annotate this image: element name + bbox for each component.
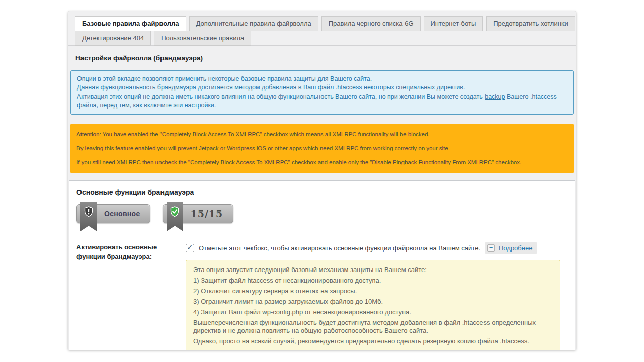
details-line-3: 2) Отключит сигнатуру сервера в ответах … bbox=[193, 287, 553, 295]
badge-score: 15/15 bbox=[163, 204, 233, 223]
details-line-7: Однако, просто на всякий случай, рекомен… bbox=[193, 337, 553, 345]
tab-row-1: Базовые правила файрволла Дополнительные… bbox=[75, 16, 569, 31]
info-line-1: Опции в этой вкладке позволяют применить… bbox=[77, 75, 567, 83]
firewall-settings-panel: Базовые правила файрволла Дополнительные… bbox=[68, 11, 576, 350]
details-line-1: Эта опция запустит следующий базовый мех… bbox=[193, 266, 553, 274]
card-title: Основные функции брандмауэра bbox=[69, 181, 575, 198]
xmlrpc-warning-notice: Attention: You have enabled the "Complet… bbox=[70, 124, 574, 173]
info-line-3-text: Активация этих опций не должна иметь ник… bbox=[77, 93, 485, 100]
enable-firewall-row: Активировать основные функции брандмауэр… bbox=[69, 237, 575, 350]
tab-404-detection[interactable]: Детектирование 404 bbox=[75, 31, 151, 46]
basic-firewall-card: Основные функции брандмауэра Основное bbox=[69, 180, 575, 350]
tab-additional-firewall-rules[interactable]: Дополнительные правила файрволла bbox=[189, 16, 318, 31]
tab-prevent-hotlinks[interactable]: Предотвратить хотлинки bbox=[486, 16, 575, 31]
details-line-6: Вышеперечисленная функциональность будет… bbox=[193, 319, 553, 335]
info-line-2: Данная функциональность брандмауэра дост… bbox=[77, 83, 567, 92]
details-line-2: 1) Защитит файл htaccess от несанкционир… bbox=[193, 277, 553, 285]
badge-row: Основное 15/15 bbox=[69, 198, 575, 237]
shield-exclamation-icon bbox=[80, 202, 97, 231]
checkbox-line: Отметьте этот чекбокс, чтобы активироват… bbox=[186, 242, 568, 254]
collapse-icon: − bbox=[487, 244, 495, 252]
tab-basic-firewall-rules[interactable]: Базовые правила файрволла bbox=[75, 16, 186, 31]
details-box: Эта опция запустит следующий базовый мех… bbox=[186, 260, 560, 350]
page: Базовые правила файрволла Дополнительные… bbox=[0, 0, 644, 362]
setting-control: Отметьте этот чекбокс, чтобы активироват… bbox=[186, 242, 568, 350]
more-info-label: Подробнее bbox=[499, 244, 532, 252]
tab-row-2: Детектирование 404 Пользовательские прав… bbox=[75, 31, 569, 45]
warning-line-3: If you still need XMLRPC then uncheck th… bbox=[76, 159, 568, 166]
badge-basic: Основное bbox=[76, 204, 150, 223]
details-line-5: 4) Защитит Ваш файл wp-config.php от нес… bbox=[193, 308, 553, 316]
warning-line-2: By leaving this feature enabled you will… bbox=[76, 145, 568, 152]
shield-check-icon bbox=[167, 202, 183, 231]
info-line-3: Активация этих опций не должна иметь ник… bbox=[77, 93, 567, 110]
backup-link[interactable]: backup bbox=[485, 93, 505, 100]
tab-internet-bots[interactable]: Интернет-боты bbox=[424, 16, 484, 31]
setting-label: Активировать основные функции брандмауэр… bbox=[76, 242, 180, 350]
enable-firewall-checkbox[interactable] bbox=[186, 244, 194, 252]
tab-bar: Базовые правила файрволла Дополнительные… bbox=[68, 11, 576, 46]
page-title: Настройки файрволла (брандмауэра) bbox=[68, 46, 576, 70]
more-info-button[interactable]: − Подробнее bbox=[485, 242, 537, 254]
checkbox-description: Отметьте этот чекбокс, чтобы активироват… bbox=[199, 244, 480, 252]
tab-custom-rules[interactable]: Пользовательские правила bbox=[154, 31, 251, 46]
details-line-4: 3) Ограничит лимит на размер загружаемых… bbox=[193, 298, 553, 306]
info-notice: Опции в этой вкладке позволяют применить… bbox=[70, 70, 574, 115]
tab-6g-blacklist-rules[interactable]: Правила черного списка 6G bbox=[321, 16, 421, 31]
warning-line-1: Attention: You have enabled the "Complet… bbox=[76, 131, 568, 138]
